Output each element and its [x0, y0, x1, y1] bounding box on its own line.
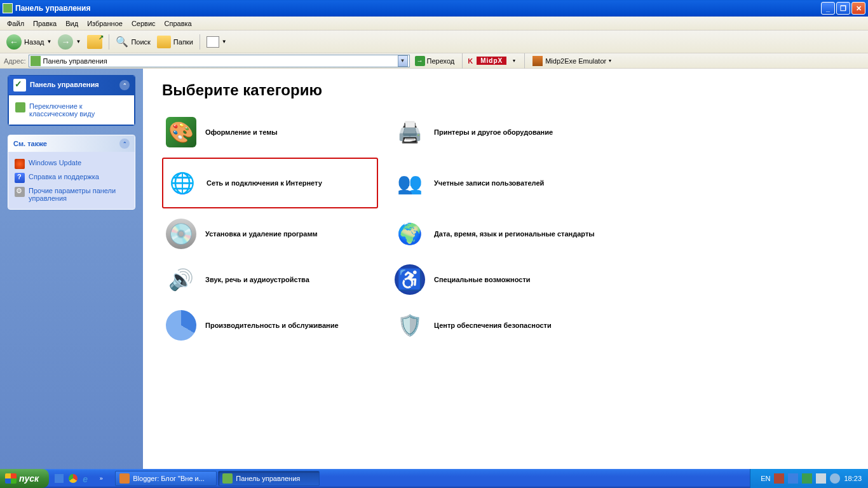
desktop-icon: [55, 474, 64, 483]
category-security[interactable]: Центр обеспечения безопасности: [391, 305, 607, 346]
midpx-emulator-button[interactable]: Midp2Exe Emulator ▾: [530, 55, 614, 67]
category-network[interactable]: Сеть и подключения к Интернету: [162, 158, 378, 208]
maximize-button[interactable]: ❐: [836, 2, 850, 15]
category-label: Звук, речь и аудиоустройства: [205, 276, 309, 283]
tray-icon-1[interactable]: [774, 473, 784, 484]
kaspersky-k-icon: K: [468, 57, 473, 65]
accessibility-icon: ♿: [395, 264, 425, 295]
category-sound[interactable]: Звук, речь и аудиоустройства: [162, 259, 378, 300]
appearance-icon: 🎨: [166, 117, 196, 147]
system-tray: EN 18:23: [750, 469, 868, 488]
page-heading: Выберите категорию: [162, 81, 849, 99]
sidebar: Панель управления ⌃ Переключение к класс…: [0, 69, 143, 469]
category-label: Специальные возможности: [434, 276, 531, 283]
clock[interactable]: 18:23: [844, 475, 862, 482]
taskbar: пуск e » Blogger: Блог "Вне и... Панель …: [0, 469, 868, 488]
toolbar: ← Назад ▼ → ▼ Поиск Папки ▼: [0, 30, 868, 53]
sound-icon: [166, 264, 196, 295]
category-label: Установка и удаление программ: [205, 230, 318, 238]
sidebar-item-other-options[interactable]: Прочие параметры панели управления: [15, 185, 128, 204]
ql-chrome[interactable]: [67, 471, 79, 485]
search-icon: [116, 36, 128, 48]
kaspersky-button[interactable]: MidpX: [477, 57, 506, 65]
ql-show-desktop[interactable]: [53, 471, 65, 485]
chevron-down-icon: ▼: [76, 39, 81, 44]
sidebar-panel-control: Панель управления ⌃ Переключение к класс…: [8, 75, 135, 126]
back-button[interactable]: ← Назад ▼: [4, 33, 54, 51]
help-icon: [15, 173, 25, 183]
menubar: Файл Правка Вид Избранное Сервис Справка: [0, 17, 868, 30]
address-dropdown-button[interactable]: ▼: [398, 55, 408, 67]
views-button[interactable]: ▼: [204, 35, 229, 49]
category-users[interactable]: Учетные записи пользователей: [391, 158, 607, 208]
collapse-icon: ⌃: [119, 139, 130, 149]
task-item-blogger[interactable]: Blogger: Блог "Вне и...: [115, 471, 217, 486]
network-icon: [167, 168, 198, 198]
language-indicator[interactable]: EN: [761, 475, 770, 482]
ql-more[interactable]: »: [95, 471, 107, 485]
sidebar-header-control[interactable]: Панель управления ⌃: [8, 76, 135, 95]
forward-arrow-icon: →: [58, 34, 73, 50]
menu-view[interactable]: Вид: [61, 18, 83, 29]
start-button[interactable]: пуск: [0, 469, 49, 488]
windows-logo-icon: [5, 473, 17, 484]
collapse-icon: ⌃: [119, 80, 130, 90]
address-input[interactable]: Панель управления ▼: [29, 55, 410, 67]
forward-button[interactable]: → ▼: [55, 33, 83, 51]
date-time-icon: [395, 219, 425, 249]
views-icon: [207, 36, 219, 48]
menu-help[interactable]: Справка: [160, 18, 196, 29]
tray-icon-network[interactable]: [816, 473, 826, 484]
performance-icon: [166, 310, 196, 341]
content-area: Выберите категорию 🎨Оформление и темы🖨️П…: [143, 69, 868, 469]
address-label: Адрес:: [4, 57, 26, 65]
folder-up-button[interactable]: [85, 34, 105, 50]
sidebar-header-seealso[interactable]: См. также ⌃: [8, 135, 135, 152]
category-label: Принтеры и другое оборудование: [434, 128, 553, 136]
chevron-down-icon: ▼: [222, 39, 227, 44]
opera-icon: [119, 473, 130, 484]
chevron-down-icon: ▼: [47, 39, 52, 44]
menu-favorites[interactable]: Избранное: [83, 18, 127, 29]
close-button[interactable]: ✕: [851, 2, 865, 15]
programs-icon: 💿: [166, 219, 196, 249]
menu-tools[interactable]: Сервис: [127, 18, 160, 29]
folder-up-icon: [87, 35, 102, 49]
tray-icon-3[interactable]: [802, 473, 812, 484]
menu-file[interactable]: Файл: [3, 18, 29, 29]
folders-button[interactable]: Папки: [154, 34, 196, 50]
category-label: Центр обеспечения безопасности: [434, 322, 552, 329]
ql-ie[interactable]: e: [81, 471, 93, 485]
chevron-down-icon: ▾: [513, 58, 515, 64]
toolbar-separator: [200, 34, 200, 50]
category-printers[interactable]: 🖨️Принтеры и другое оборудование: [391, 112, 607, 152]
search-button[interactable]: Поиск: [113, 34, 153, 50]
tray-icon-2[interactable]: [788, 473, 798, 484]
checkmark-icon: [13, 79, 26, 92]
category-label: Производительность и обслуживание: [205, 322, 339, 329]
category-access[interactable]: ♿Специальные возможности: [391, 259, 607, 300]
toolbar-separator: [524, 53, 525, 69]
printer-icon: 🖨️: [395, 117, 425, 147]
category-label: Оформление и темы: [205, 128, 278, 136]
go-arrow-icon: →: [415, 56, 425, 66]
folder-icon: [157, 36, 171, 48]
go-button[interactable]: → Переход: [412, 55, 458, 67]
category-appearance[interactable]: 🎨Оформление и темы: [162, 112, 378, 152]
task-item-control-panel[interactable]: Панель управления: [218, 471, 320, 486]
addressbar: Адрес: Панель управления ▼ → Переход K M…: [0, 53, 868, 69]
category-programs[interactable]: 💿Установка и удаление программ: [162, 214, 378, 254]
ie-icon: e: [83, 474, 92, 483]
category-date[interactable]: Дата, время, язык и региональные стандар…: [391, 214, 607, 254]
category-label: Учетные записи пользователей: [434, 179, 544, 187]
titlebar: Панель управления _ ❐ ✕: [0, 0, 868, 17]
sidebar-item-windows-update[interactable]: Windows Update: [15, 157, 128, 171]
security-shield-icon: [395, 310, 425, 341]
sidebar-item-help[interactable]: Справка и поддержка: [15, 171, 128, 185]
minimize-button[interactable]: _: [821, 2, 835, 15]
category-perf[interactable]: Производительность и обслуживание: [162, 305, 378, 346]
tray-icon-volume[interactable]: [830, 473, 840, 484]
sidebar-item-classic-view[interactable]: Переключение к классическому виду: [15, 100, 128, 119]
control-panel-icon: [222, 473, 233, 484]
menu-edit[interactable]: Правка: [29, 18, 61, 29]
